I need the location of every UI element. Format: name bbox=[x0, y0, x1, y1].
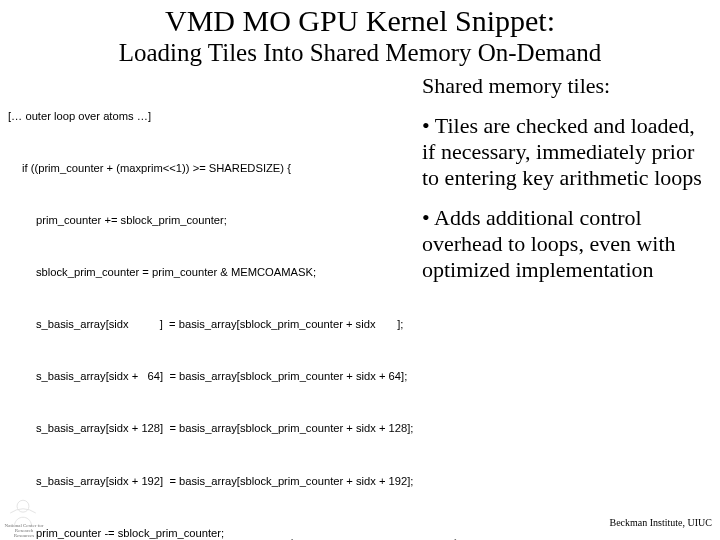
code-line: s_basis_array[sidx + 64] = basis_array[s… bbox=[8, 368, 414, 385]
text-column: Shared memory tiles: • Tiles are checked… bbox=[414, 73, 712, 540]
code-line: s_basis_array[sidx + 192] = basis_array[… bbox=[8, 473, 414, 490]
code-line: prim_counter += sblock_prim_counter; bbox=[8, 212, 414, 229]
slide-title: VMD MO GPU Kernel Snippet: bbox=[0, 4, 720, 39]
logo-label: National Center for Research Resources bbox=[4, 523, 44, 538]
svg-point-0 bbox=[17, 500, 29, 512]
right-bullet-2: • Adds additional control overhead to lo… bbox=[422, 205, 712, 283]
slide-body: [… outer loop over atoms …] if ((prim_co… bbox=[0, 73, 720, 540]
slide-subtitle: Loading Tiles Into Shared Memory On-Dema… bbox=[0, 39, 720, 68]
right-bullet-1: • Tiles are checked and loaded, if neces… bbox=[422, 113, 712, 191]
right-heading: Shared memory tiles: bbox=[422, 73, 712, 99]
code-line: s_basis_array[sidx ] = basis_array[sbloc… bbox=[8, 316, 414, 333]
code-line: [… outer loop over atoms …] bbox=[8, 108, 414, 125]
code-column: [… outer loop over atoms …] if ((prim_co… bbox=[8, 73, 414, 540]
code-line: s_basis_array[sidx + 128] = basis_array[… bbox=[8, 420, 414, 437]
footer-right: Beckman Institute, UIUC bbox=[610, 517, 712, 528]
code-line: if ((prim_counter + (maxprim<<1)) >= SHA… bbox=[8, 160, 414, 177]
code-line: sblock_prim_counter = prim_counter & MEM… bbox=[8, 264, 414, 281]
